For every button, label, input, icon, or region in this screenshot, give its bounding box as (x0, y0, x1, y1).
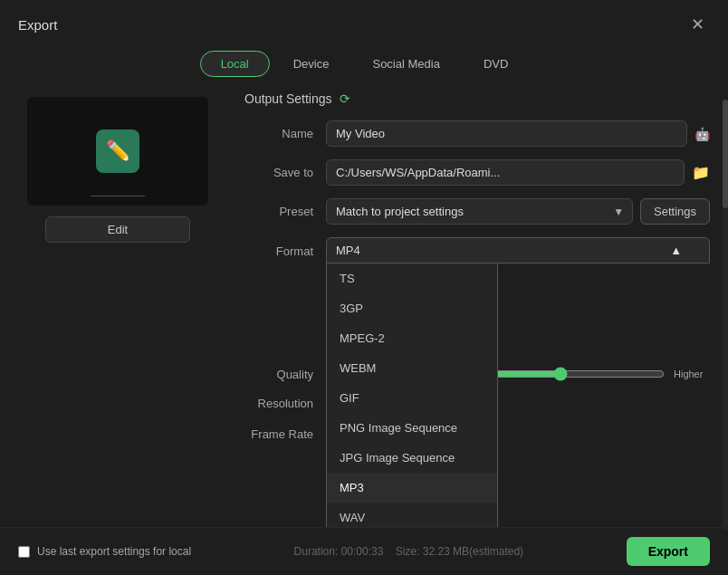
format-option-mp3[interactable]: MP3 (327, 473, 497, 503)
bottom-bar: Use last export settings for local Durat… (0, 527, 728, 575)
format-option-webm[interactable]: WEBM (327, 353, 497, 383)
preview-filename: —————— (91, 190, 145, 200)
preview-thumbnail: ✏️ —————— (27, 97, 208, 206)
format-select-button[interactable]: MP4 ▲ (326, 237, 710, 264)
preset-field-value: Match to project settings ▼ Settings (326, 198, 710, 225)
preset-select[interactable]: Match to project settings (326, 198, 633, 225)
duration-label: Duration: 00:00:33 (294, 545, 384, 558)
format-current-value: MP4 (336, 244, 360, 257)
quality-higher-label: Higher (674, 369, 710, 379)
main-content: ✏️ —————— Edit Output Settings ⟳ Name 🤖 (0, 88, 728, 527)
title-bar: Export ✕ (0, 0, 728, 45)
tab-social-media[interactable]: Social Media (352, 51, 459, 77)
quality-label: Quality (244, 368, 326, 381)
preview-panel: ✏️ —————— Edit (0, 88, 235, 527)
format-option-jpg-seq[interactable]: JPG Image Sequence (327, 443, 497, 473)
tab-local[interactable]: Local (200, 51, 270, 77)
preview-icon: ✏️ (96, 129, 139, 173)
frame-rate-label: Frame Rate (244, 427, 326, 441)
format-dropdown: TS 3GP MPEG-2 WEBM GIF PNG Image Sequenc… (326, 264, 498, 527)
output-settings-title: Output Settings (244, 91, 332, 106)
format-row: Format MP4 ▲ TS 3GP MPEG-2 WEBM GIF (244, 237, 710, 264)
settings-panel: Output Settings ⟳ Name 🤖 Save to 📁 (235, 88, 728, 527)
size-label: Size: 32.23 MB(estimated) (396, 545, 523, 558)
save-to-field-value: 📁 (326, 159, 710, 186)
folder-icon[interactable]: 📁 (692, 164, 710, 181)
tab-device[interactable]: Device (273, 51, 350, 77)
export-window: Export ✕ Local Device Social Media DVD ✏… (0, 0, 728, 575)
scrollbar-track[interactable] (723, 100, 728, 527)
format-chevron-icon: ▲ (670, 244, 682, 257)
export-button[interactable]: Export (627, 537, 710, 566)
preset-row: Preset Match to project settings ▼ Setti… (244, 198, 710, 225)
format-field-value: MP4 ▲ TS 3GP MPEG-2 WEBM GIF PNG Image S… (326, 237, 710, 264)
output-settings-header: Output Settings ⟳ (244, 88, 710, 106)
edit-button[interactable]: Edit (45, 216, 190, 243)
tab-dvd[interactable]: DVD (464, 51, 528, 77)
name-label: Name (244, 127, 326, 140)
tab-bar: Local Device Social Media DVD (0, 45, 728, 88)
format-option-ts[interactable]: TS (327, 264, 497, 293)
format-option-3gp[interactable]: 3GP (327, 293, 497, 323)
format-option-wav[interactable]: WAV (327, 503, 497, 527)
last-settings-checkbox[interactable] (18, 546, 30, 558)
last-settings-row: Use last export settings for local (18, 545, 191, 558)
format-label: Format (244, 237, 326, 258)
bottom-info: Duration: 00:00:33 Size: 32.23 MB(estima… (294, 545, 524, 558)
name-row: Name 🤖 (244, 120, 710, 147)
ai-icon[interactable]: 🤖 (694, 127, 710, 141)
refresh-icon[interactable]: ⟳ (340, 91, 350, 106)
last-settings-label: Use last export settings for local (37, 545, 191, 558)
format-option-mpeg2[interactable]: MPEG-2 (327, 323, 497, 353)
preset-select-wrapper: Match to project settings ▼ (326, 198, 633, 225)
format-option-gif[interactable]: GIF (327, 383, 497, 413)
preset-label: Preset (244, 205, 326, 218)
save-to-row: Save to 📁 (244, 159, 710, 186)
name-field-value: 🤖 (326, 120, 710, 147)
settings-button[interactable]: Settings (640, 198, 710, 225)
scrollbar-thumb[interactable] (723, 100, 728, 208)
window-title: Export (18, 17, 57, 33)
save-to-input[interactable] (326, 159, 685, 186)
resolution-label: Resolution (244, 397, 326, 410)
format-select-container: MP4 ▲ TS 3GP MPEG-2 WEBM GIF PNG Image S… (326, 237, 710, 264)
close-button[interactable]: ✕ (685, 13, 710, 36)
format-option-png-seq[interactable]: PNG Image Sequence (327, 413, 497, 443)
save-to-label: Save to (244, 166, 326, 179)
name-input[interactable] (326, 120, 687, 147)
